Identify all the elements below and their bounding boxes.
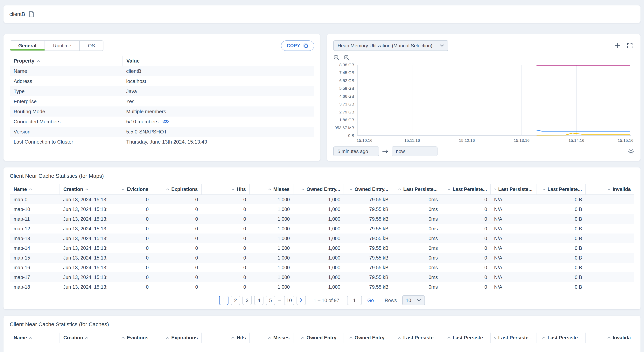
fullscreen-icon[interactable]: [627, 43, 633, 48]
svg-text:15:13:16: 15:13:16: [514, 138, 530, 143]
cell-last-persiste-8: 0ms: [392, 282, 442, 292]
sort-caret-icon: [607, 188, 611, 191]
column-header-owned-entry-6[interactable]: Owned Entry...: [293, 333, 344, 343]
property-row: EnterpriseYes: [10, 96, 314, 106]
column-header-property[interactable]: Property: [10, 56, 122, 66]
page-button-5[interactable]: 5: [266, 296, 275, 305]
zoom-in-icon[interactable]: [344, 54, 350, 61]
goto-page-input[interactable]: [347, 296, 362, 305]
tab-runtime[interactable]: Runtime: [45, 41, 80, 50]
table-row: map-0Jun 13, 2024, 15:13:430001,0001,000…: [10, 195, 634, 204]
cell-creation-1: Jun 13, 2024, 15:13:45: [60, 272, 107, 282]
cell-last-persiste-9: 0: [441, 224, 490, 234]
column-header-creation-1[interactable]: Creation: [60, 333, 107, 343]
cell-hits-4: 0: [202, 214, 250, 224]
column-header-last-persiste-11[interactable]: Last Persiste...: [536, 333, 586, 343]
column-header-invalida-12[interactable]: Invalida: [586, 333, 634, 343]
time-from-input[interactable]: [333, 146, 379, 156]
cell-hits-4: 0: [202, 282, 250, 292]
column-header-expirations-3[interactable]: Expirations: [152, 184, 202, 195]
tab-general[interactable]: General: [10, 41, 45, 50]
cell-owned-entry-6: 1,000: [293, 195, 344, 204]
column-header-last-persiste-8[interactable]: Last Persiste...: [392, 184, 442, 195]
cell-owned-entry-7: 79.55 kB: [344, 263, 392, 272]
table-row: map-14Jun 13, 2024, 15:13:450001,0001,00…: [10, 243, 634, 253]
cell-name-0: map-13: [10, 234, 60, 243]
column-header-last-persiste-10[interactable]: Last Persiste...: [490, 333, 536, 343]
rows-per-page-label: Rows: [384, 298, 397, 303]
go-button[interactable]: Go: [367, 298, 374, 303]
column-header-name-0[interactable]: Name: [10, 333, 60, 343]
column-header-owned-entry-7[interactable]: Owned Entry...: [344, 333, 392, 343]
cell-name-0: map-11: [10, 214, 60, 224]
column-header-invalida-12[interactable]: Invalida: [586, 184, 634, 195]
column-header-creation-1[interactable]: Creation: [60, 184, 107, 195]
column-header-last-persiste-9[interactable]: Last Persiste...: [441, 184, 490, 195]
cell-evictions-2: 0: [107, 234, 152, 243]
cell-last-persiste-11: 0 B: [536, 253, 586, 263]
cell-last-persiste-9: 0: [441, 263, 490, 272]
tab-os[interactable]: OS: [80, 41, 103, 50]
column-header-expirations-3[interactable]: Expirations: [152, 333, 202, 343]
page-button-3[interactable]: 3: [242, 296, 252, 305]
cell-owned-entry-6: 1,000: [293, 224, 344, 234]
column-header-last-persiste-8[interactable]: Last Persiste...: [392, 333, 442, 343]
svg-text:3.73 GB: 3.73 GB: [339, 102, 354, 106]
property-row: Connected Members5/10 members: [10, 117, 314, 127]
document-icon[interactable]: [28, 11, 34, 17]
column-header-evictions-2[interactable]: Evictions: [107, 333, 152, 343]
heap-memory-chart[interactable]: 15:10:1615:11:1615:12:1615:13:1615:14:16…: [333, 62, 634, 144]
cell-last-persiste-11: 0 B: [536, 272, 586, 282]
cell-last-persiste-11: 0 B: [536, 195, 586, 204]
page-button-10[interactable]: 10: [284, 296, 294, 305]
cell-misses-5: 1,000: [250, 282, 293, 292]
copy-button[interactable]: COPY: [281, 40, 314, 51]
column-header-owned-entry-6[interactable]: Owned Entry...: [293, 184, 344, 195]
caches-header-row: NameCreationEvictionsExpirationsHitsMiss…: [10, 333, 634, 343]
gear-icon[interactable]: [628, 148, 634, 155]
cell-evictions-2: 0: [107, 253, 152, 263]
cell-evictions-2: 0: [107, 282, 152, 292]
column-header-misses-5[interactable]: Misses: [250, 333, 293, 343]
cell-last-persiste-8: 0ms: [392, 272, 442, 282]
copy-button-label: COPY: [287, 43, 300, 48]
chart-zoom-controls: [333, 54, 634, 61]
property-row: Last Connection to ClusterThursday, June…: [10, 137, 314, 147]
chevron-down-icon: [417, 299, 421, 302]
column-header-last-persiste-10[interactable]: Last Persiste...: [490, 184, 536, 195]
svg-text:15:11:16: 15:11:16: [404, 138, 420, 143]
plus-icon[interactable]: [614, 43, 620, 48]
property-value: clientB: [122, 66, 314, 76]
app-viewport: clientB GeneralRuntimeOS COPY: [0, 0, 644, 352]
column-header-last-persiste-9[interactable]: Last Persiste...: [441, 333, 490, 343]
cell-last-persiste-10: N/A: [490, 253, 536, 263]
column-header-hits-4[interactable]: Hits: [202, 184, 250, 195]
cell-last-persiste-11: 0 B: [536, 243, 586, 253]
page-button-4[interactable]: 4: [254, 296, 264, 305]
column-header-last-persiste-11[interactable]: Last Persiste...: [536, 184, 586, 195]
column-header-name-0[interactable]: Name: [10, 184, 60, 195]
zoom-out-icon[interactable]: [333, 54, 340, 61]
column-header-misses-5[interactable]: Misses: [250, 184, 293, 195]
page-button-2[interactable]: 2: [231, 296, 240, 305]
cell-owned-entry-7: 79.55 kB: [344, 282, 392, 292]
next-page-button[interactable]: [296, 296, 306, 305]
cell-last-persiste-10: N/A: [490, 282, 536, 292]
sort-caret-icon: [494, 337, 496, 339]
page-title: clientB: [9, 11, 25, 17]
column-header-owned-entry-7[interactable]: Owned Entry...: [344, 184, 392, 195]
column-header-hits-4[interactable]: Hits: [202, 333, 250, 343]
column-header-evictions-2[interactable]: Evictions: [107, 184, 152, 195]
eye-icon[interactable]: [162, 119, 169, 124]
time-to-input[interactable]: [392, 146, 438, 156]
chart-panel: Heap Memory Utilization (Manual Selectio…: [327, 34, 640, 161]
cell-last-persiste-10: N/A: [490, 195, 536, 204]
rows-per-page-select[interactable]: 10: [402, 295, 425, 305]
sort-caret-icon: [301, 188, 304, 191]
cell-expirations-3: 0: [152, 253, 202, 263]
metric-select[interactable]: Heap Memory Utilization (Manual Selectio…: [333, 40, 448, 51]
cell-owned-entry-7: 79.55 kB: [344, 214, 392, 224]
page-button-1[interactable]: 1: [219, 296, 228, 305]
cell-expirations-3: 0: [152, 234, 202, 243]
sort-caret-icon: [494, 188, 496, 191]
